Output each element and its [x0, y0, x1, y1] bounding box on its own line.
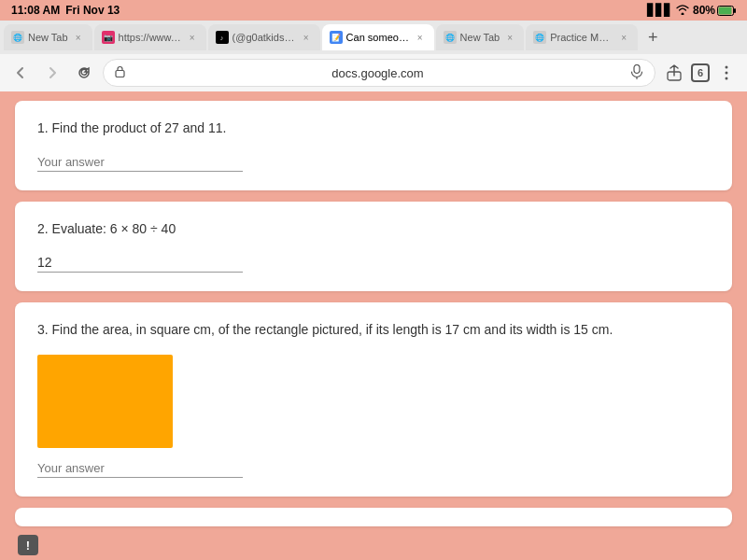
svg-point-8 [726, 72, 728, 75]
rectangle-image [37, 355, 173, 448]
status-right: ▋▋▋ 80% [647, 4, 736, 18]
main-content: 1. Find the product of 27 and 11. 2. Eva… [0, 91, 747, 560]
back-button[interactable] [7, 60, 34, 86]
signal-icon: ▋▋▋ [647, 4, 672, 17]
question-3-input[interactable] [37, 459, 243, 478]
tab-favicon-6: 🌐 [533, 31, 546, 44]
share-button[interactable] [661, 60, 687, 86]
question-4-card-partial [15, 508, 732, 526]
address-bar[interactable]: docs.google.com [103, 59, 655, 87]
url-text: docs.google.com [131, 66, 625, 80]
tab-label-2: https://www.in... [119, 32, 182, 43]
tab-favicon-3: ♪ [216, 31, 229, 44]
address-bar-right: 6 [661, 60, 740, 86]
tab-new-tab-1[interactable]: 🌐 New Tab × [4, 24, 92, 50]
tab-label-3: (@g0atkids) t... [233, 32, 296, 43]
tab-label-5: New Tab [460, 32, 500, 43]
microphone-icon[interactable] [630, 64, 643, 82]
time-display: 11:08 AM [11, 4, 60, 17]
svg-rect-1 [719, 7, 732, 14]
question-1-text: 1. Find the product of 27 and 11. [37, 119, 710, 138]
tab-tiktok[interactable]: ♪ (@g0atkids) t... × [208, 24, 320, 50]
tab-close-2[interactable]: × [186, 31, 199, 44]
tab-label-4: Can someone h... [346, 32, 410, 43]
question-1-input[interactable] [37, 153, 243, 172]
wifi-icon [676, 4, 689, 18]
tab-favicon-5: 🌐 [444, 31, 457, 44]
tab-label-1: New Tab [28, 32, 68, 43]
more-options-button[interactable] [713, 60, 740, 86]
question-1-card: 1. Find the product of 27 and 11. [15, 101, 732, 190]
tab-instagram[interactable]: 📷 https://www.in... × [94, 24, 206, 50]
tab-close-5[interactable]: × [503, 31, 516, 44]
tab-label-6: Practice MOEM... [550, 32, 613, 43]
tab-favicon-2: 📷 [102, 31, 115, 44]
status-left: 11:08 AM Fri Nov 13 [11, 4, 120, 17]
address-bar-row: docs.google.com 6 [0, 54, 747, 91]
svg-rect-3 [116, 71, 124, 77]
svg-rect-2 [734, 8, 736, 13]
reload-button[interactable] [71, 60, 97, 86]
tab-bar: 🌐 New Tab × 📷 https://www.in... × ♪ (@g0… [0, 21, 747, 54]
lock-icon [115, 65, 125, 80]
question-3-text: 3. Find the area, in square cm, of the r… [37, 321, 710, 340]
tab-count-badge[interactable]: 6 [691, 63, 710, 82]
tab-close-3[interactable]: × [300, 31, 313, 44]
svg-point-9 [726, 77, 728, 80]
svg-rect-4 [634, 64, 640, 73]
status-bar: 11:08 AM Fri Nov 13 ▋▋▋ 80% [0, 0, 747, 21]
notification-badge[interactable]: ! [18, 535, 38, 555]
footer-bar: ! [0, 530, 56, 560]
question-2-text: 2. Evaluate: 6 × 80 ÷ 40 [37, 220, 710, 239]
question-2-card: 2. Evaluate: 6 × 80 ÷ 40 12 [15, 202, 732, 292]
tab-new-tab-2[interactable]: 🌐 New Tab × [436, 24, 525, 50]
battery-display: 80% [693, 4, 736, 17]
tab-practice[interactable]: 🌐 Practice MOEM... × [526, 24, 638, 50]
new-tab-button[interactable]: + [640, 24, 666, 50]
forward-button[interactable] [39, 60, 65, 86]
tab-google-docs[interactable]: 📝 Can someone h... × [322, 24, 434, 50]
tab-favicon-1: 🌐 [11, 31, 24, 44]
question-2-answer: 12 [37, 253, 243, 273]
tab-favicon-4: 📝 [330, 31, 343, 44]
svg-point-7 [726, 66, 728, 69]
tab-close-4[interactable]: × [414, 31, 427, 44]
date-display: Fri Nov 13 [65, 4, 120, 17]
tab-close-6[interactable]: × [617, 31, 630, 44]
tab-close-1[interactable]: × [72, 31, 85, 44]
question-3-card: 3. Find the area, in square cm, of the r… [15, 302, 732, 497]
